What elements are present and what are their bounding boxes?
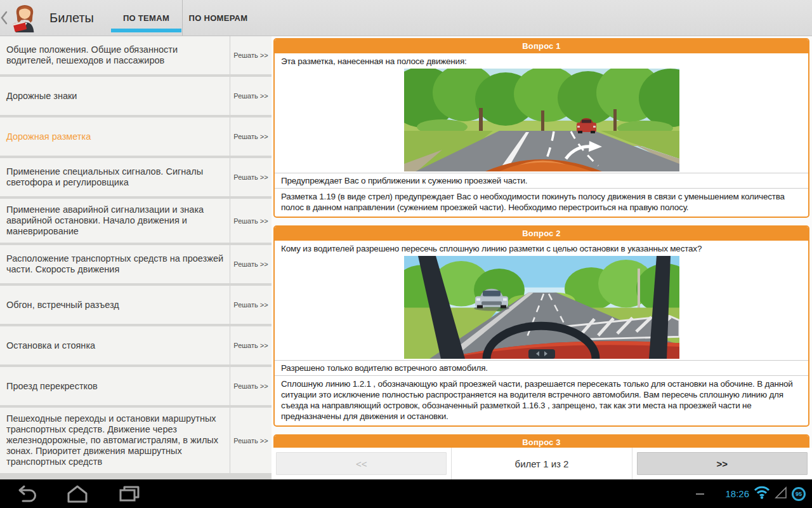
next-ticket-button[interactable]: >> xyxy=(637,452,808,475)
app-logo-icon[interactable] xyxy=(10,3,42,33)
solve-button[interactable]: Решать >> xyxy=(230,36,272,74)
nav-back-icon[interactable] xyxy=(14,484,37,504)
tab-bar: ПО ТЕМАМ ПО НОМЕРАМ xyxy=(110,0,254,36)
nav-home-icon[interactable] xyxy=(66,484,89,504)
tab-by-numbers[interactable]: ПО НОМЕРАМ xyxy=(182,0,254,36)
sidebar-item-special-signals[interactable]: Применение специальных сигналов. Сигналы… xyxy=(0,158,272,196)
sidebar-item-general[interactable]: Общие положения. Общие обязанности водит… xyxy=(0,36,272,74)
question-text: Кому из водителей разрешено пересечь спл… xyxy=(275,241,808,255)
sidebar-item-signs[interactable]: Дорожные знаки Решать >> xyxy=(0,77,272,115)
clock: 18:26 xyxy=(725,488,749,499)
solve-button[interactable]: Решать >> xyxy=(230,158,272,196)
sidebar-item-stopping-parking[interactable]: Остановка и стоянка Решать >> xyxy=(0,326,272,364)
question-header: Вопрос 1 xyxy=(275,39,808,53)
questions-pane: Вопрос 1 Эта разметка, нанесенная на пол… xyxy=(272,36,812,479)
sidebar-item-intersections[interactable]: Проезд перекрестков Решать >> xyxy=(0,367,272,405)
question-image xyxy=(404,69,679,171)
tab-by-topics[interactable]: ПО ТЕМАМ xyxy=(110,0,182,36)
question-header: Вопрос 3 xyxy=(275,436,808,448)
solve-button[interactable]: Решать >> xyxy=(230,245,272,283)
page-title: Билеты xyxy=(43,0,110,36)
question-text: Эта разметка, нанесенная на полосе движе… xyxy=(275,53,808,68)
ticket-counter: билет 1 из 2 xyxy=(451,448,632,479)
question-answer: Разрешено только водителю встречного авт… xyxy=(275,360,808,375)
solve-button[interactable]: Решать >> xyxy=(230,408,272,473)
sidebar-item-crosswalks[interactable]: Пешеходные переходы и остановки маршрутн… xyxy=(0,408,272,473)
sidebar-item-markings[interactable]: Дорожная разметка Решать >> xyxy=(0,117,272,156)
sidebar-item-overtaking[interactable]: Обгон, встречный разъезд Решать >> xyxy=(0,286,272,324)
question-explanation: Разметка 1.19 (в виде стрел) предупрежда… xyxy=(275,188,808,217)
solve-button[interactable]: Решать >> xyxy=(230,326,272,364)
app-screen: Билеты ПО ТЕМАМ ПО НОМЕРАМ Общие положен… xyxy=(0,0,812,508)
question-header: Вопрос 2 xyxy=(275,227,808,241)
back-chevron-icon[interactable] xyxy=(0,0,9,36)
wifi-icon xyxy=(754,486,770,502)
solve-button[interactable]: Решать >> xyxy=(230,77,272,115)
ticket-pager: << билет 1 из 2 >> xyxy=(272,448,812,479)
question-image xyxy=(404,256,679,359)
question-card-2: Вопрос 2 Кому из водителей разрешено пер… xyxy=(273,225,809,427)
solve-button[interactable]: Решать >> xyxy=(230,117,272,156)
android-system-bar: 18:26 95 xyxy=(0,479,812,508)
topics-sidebar: Общие положения. Общие обязанности водит… xyxy=(0,36,272,479)
content-area: Общие положения. Общие обязанности водит… xyxy=(0,36,812,479)
solve-button[interactable]: Решать >> xyxy=(230,199,272,243)
question-explanation: Сплошную линию 1.2.1 , обозначающую край… xyxy=(275,375,808,425)
sidebar-item-positioning-speed[interactable]: Расположение транспортных средств на про… xyxy=(0,245,272,283)
question-card-1: Вопрос 1 Эта разметка, нанесенная на пол… xyxy=(273,38,809,218)
question-card-3: Вопрос 3 xyxy=(273,434,809,448)
prev-ticket-button[interactable]: << xyxy=(276,452,447,475)
cell-signal-icon xyxy=(775,486,787,502)
nav-recents-icon[interactable] xyxy=(118,484,141,504)
question-answer: Предупреждает Вас о приближении к сужени… xyxy=(275,173,808,188)
sidebar-item-hazard-signal[interactable]: Применение аварийной сигнализации и знак… xyxy=(0,199,272,243)
questions-list[interactable]: Вопрос 1 Эта разметка, нанесенная на пол… xyxy=(272,36,812,448)
action-bar: Билеты ПО ТЕМАМ ПО НОМЕРАМ xyxy=(0,0,812,36)
solve-button[interactable]: Решать >> xyxy=(230,367,272,405)
solve-button[interactable]: Решать >> xyxy=(230,286,272,324)
status-dash-icon xyxy=(696,493,704,495)
battery-icon: 95 xyxy=(792,487,806,501)
